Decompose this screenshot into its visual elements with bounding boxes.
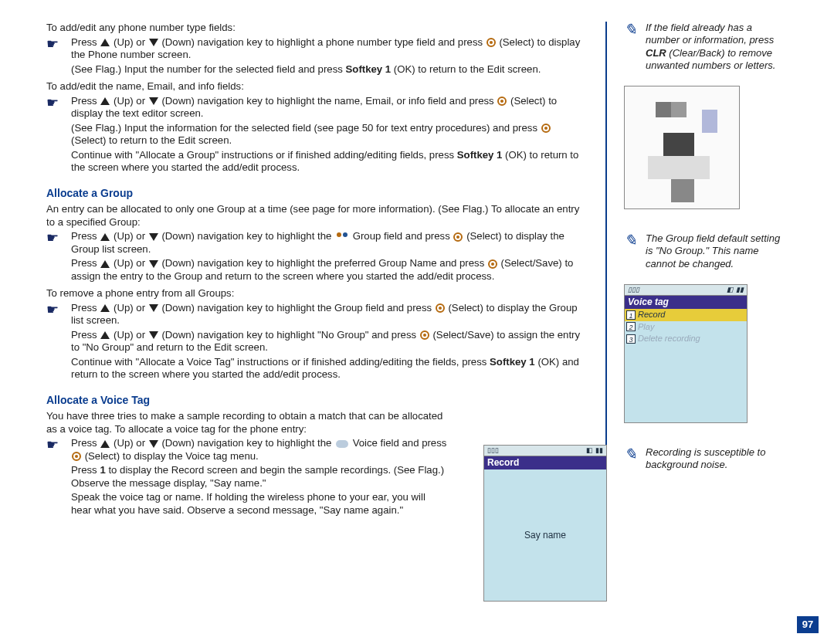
note-icon: ✎ bbox=[624, 22, 639, 72]
bullet-item: ☛ Press (Up) or (Down) navigation key to… bbox=[46, 230, 585, 256]
sub-item: Continue with "Allocate a Group" instruc… bbox=[46, 149, 585, 175]
side-note: ✎ The Group field default setting is "No… bbox=[624, 232, 788, 270]
select-icon bbox=[541, 124, 551, 133]
select-icon bbox=[436, 303, 445, 313]
select-icon bbox=[72, 452, 81, 461]
intro-text: To add/edit the name, Email, and info fi… bbox=[46, 80, 585, 93]
select-icon bbox=[486, 38, 496, 47]
up-icon bbox=[100, 304, 110, 312]
bullet-item: ☛ Press (Up) or (Down) navigation key to… bbox=[46, 437, 448, 463]
select-icon bbox=[453, 232, 463, 242]
pointer-icon: ☛ bbox=[46, 95, 63, 120]
pointer-icon: ☛ bbox=[46, 36, 63, 62]
group-intro: An entry can be allocated to only one Gr… bbox=[46, 203, 585, 229]
remove-intro: To remove a phone entry from all Groups: bbox=[46, 287, 585, 300]
down-icon bbox=[149, 97, 158, 105]
page-number: 97 bbox=[797, 616, 819, 633]
voice-intro: You have three tries to make a sample re… bbox=[46, 410, 448, 436]
note-icon: ✎ bbox=[624, 232, 639, 270]
select-icon bbox=[420, 330, 429, 340]
up-icon bbox=[100, 97, 110, 105]
down-icon bbox=[149, 39, 158, 46]
sub-item: (See Flag.) Input the number for the sel… bbox=[46, 63, 585, 76]
bullet-item: ☛ Press (Up) or (Down) navigation key to… bbox=[46, 36, 585, 62]
down-icon bbox=[149, 331, 158, 339]
select-icon bbox=[488, 259, 497, 269]
pointer-icon: ☛ bbox=[46, 230, 63, 256]
screenshot-thumbnail bbox=[624, 86, 740, 209]
sub-item: Press (Up) or (Down) navigation key to h… bbox=[46, 257, 585, 283]
up-icon bbox=[100, 260, 110, 268]
pointer-icon: ☛ bbox=[46, 437, 63, 463]
sub-item: Speak the voice tag or name. If holding … bbox=[46, 491, 448, 517]
side-column: ✎ If the field already has a number or i… bbox=[621, 22, 788, 518]
sub-item: Continue with "Allocate a Voice Tag" ins… bbox=[46, 356, 585, 381]
up-icon bbox=[100, 440, 110, 448]
phone-voicetag-screenshot: ▯▯▯ ◧ ▮▮ Voice tag 1Record2Play3Delete r… bbox=[624, 284, 748, 423]
note-icon: ✎ bbox=[624, 446, 639, 472]
up-icon bbox=[100, 331, 110, 339]
sub-item: (See Flag.) Input the information for th… bbox=[46, 122, 585, 147]
up-icon bbox=[100, 233, 110, 241]
down-icon bbox=[149, 304, 158, 312]
phone-menu-item: 3Delete recording bbox=[625, 333, 747, 345]
intro-text: To add/edit any phone number type fields… bbox=[46, 22, 585, 35]
column-divider bbox=[605, 22, 607, 518]
down-icon bbox=[149, 260, 158, 268]
down-icon bbox=[149, 440, 158, 448]
phone-record-screenshot: ▯▯▯ ◧ ▮▮ Record Say name bbox=[483, 445, 607, 602]
heading-allocate-voice: Allocate a Voice Tag bbox=[46, 394, 585, 408]
voice-icon bbox=[336, 440, 348, 448]
side-note: ✎ If the field already has a number or i… bbox=[624, 22, 788, 72]
pointer-icon: ☛ bbox=[46, 302, 63, 327]
phone-menu-item: 1Record bbox=[625, 309, 747, 321]
side-note: ✎ Recording is susceptible to background… bbox=[624, 446, 788, 472]
phone-menu-item: 2Play bbox=[625, 321, 747, 334]
bullet-item: ☛ Press (Up) or (Down) navigation key to… bbox=[46, 302, 585, 327]
down-icon bbox=[149, 233, 158, 241]
sub-item: Press 1 to display the Record screen and… bbox=[46, 464, 448, 490]
up-icon bbox=[100, 39, 110, 46]
main-column: To add/edit any phone number type fields… bbox=[46, 22, 592, 518]
bullet-item: ☛ Press (Up) or (Down) navigation key to… bbox=[46, 95, 585, 120]
sub-item: Press (Up) or (Down) navigation key to h… bbox=[46, 329, 585, 354]
select-icon bbox=[497, 97, 507, 106]
heading-allocate-group: Allocate a Group bbox=[46, 187, 585, 201]
group-icon bbox=[336, 232, 348, 242]
